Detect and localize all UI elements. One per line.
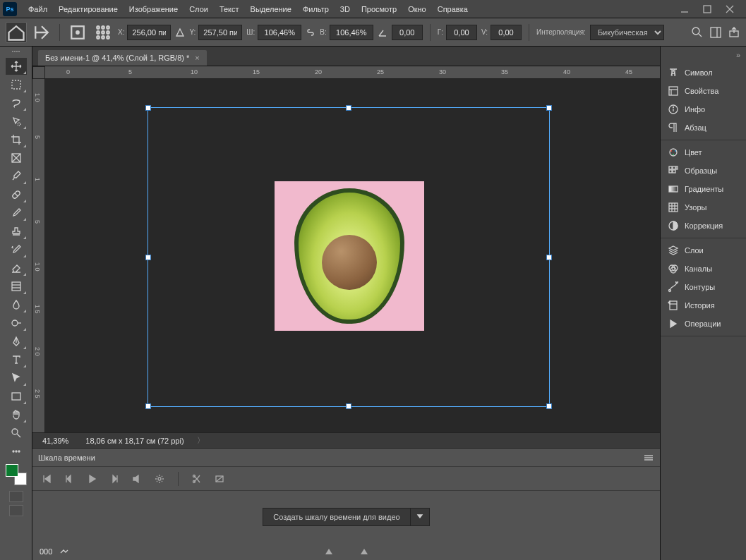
convert-frames-icon[interactable] xyxy=(59,547,69,556)
screen-mode-button[interactable] xyxy=(9,505,23,516)
panel-color[interactable]: Цвет xyxy=(661,143,746,162)
status-menu-arrow[interactable]: 〉 xyxy=(197,435,205,446)
transform-handle-ml[interactable] xyxy=(145,255,151,260)
tab-close-icon[interactable]: × xyxy=(195,54,199,62)
stamp-tool[interactable] xyxy=(6,223,27,240)
panel-channels[interactable]: Каналы xyxy=(661,260,746,278)
foreground-color[interactable] xyxy=(6,464,18,477)
ruler-origin[interactable] xyxy=(32,66,45,79)
gradient-tool[interactable] xyxy=(6,278,27,295)
ref-grid-icon[interactable] xyxy=(92,22,114,43)
dodge-tool[interactable] xyxy=(6,315,27,331)
move-tool[interactable] xyxy=(6,58,27,75)
minimize-icon[interactable] xyxy=(680,4,690,14)
pen-tool[interactable] xyxy=(6,333,27,350)
lasso-tool[interactable] xyxy=(6,95,27,111)
horizontal-ruler[interactable]: 051015202530354045 xyxy=(45,66,660,79)
y-input[interactable] xyxy=(198,25,242,40)
x-input[interactable] xyxy=(127,25,171,40)
rectangle-tool[interactable] xyxy=(6,388,27,405)
panel-history[interactable]: История xyxy=(661,296,746,315)
canvas[interactable] xyxy=(45,79,660,432)
vertical-ruler[interactable]: 1 05151 01 52 02 5 xyxy=(32,79,45,432)
transform-handle-tr[interactable] xyxy=(546,105,552,111)
panel-para[interactable]: Абзац xyxy=(661,118,746,137)
goto-start-icon[interactable] xyxy=(40,472,54,486)
angle-icon[interactable] xyxy=(378,28,387,37)
menu-filter[interactable]: Фильтр xyxy=(297,0,335,18)
transform-handle-mr[interactable] xyxy=(546,255,552,260)
panel-actions[interactable]: Операции xyxy=(661,315,746,333)
transform-handle-br[interactable] xyxy=(546,403,552,409)
menu-help[interactable]: Справка xyxy=(432,0,474,18)
frame-tool[interactable] xyxy=(6,150,27,166)
angle-input[interactable] xyxy=(392,25,423,40)
eraser-tool[interactable] xyxy=(6,260,27,276)
menu-image[interactable]: Изображение xyxy=(124,0,184,18)
healing-tool[interactable] xyxy=(6,186,27,203)
w-input[interactable] xyxy=(258,25,301,40)
skew-v-input[interactable] xyxy=(491,25,522,40)
settings-icon[interactable] xyxy=(152,472,167,486)
interp-select[interactable]: Бикубическая xyxy=(590,25,664,40)
transform-handle-bl[interactable] xyxy=(145,403,151,409)
link-icon[interactable] xyxy=(306,28,315,37)
close-icon[interactable] xyxy=(725,4,735,14)
transform-handle-tm[interactable] xyxy=(346,105,351,111)
quick-mask-button[interactable] xyxy=(9,491,23,502)
menu-edit[interactable]: Редактирование xyxy=(53,0,124,18)
transform-handle-tl[interactable] xyxy=(145,105,151,111)
path-select-tool[interactable] xyxy=(6,370,27,386)
menu-select[interactable]: Выделение xyxy=(245,0,297,18)
panel-adjust[interactable]: Коррекция xyxy=(661,217,746,235)
blur-tool[interactable] xyxy=(6,296,27,313)
color-swatches[interactable] xyxy=(6,464,27,485)
transform-bounding-box[interactable] xyxy=(148,107,550,407)
doc-dimensions[interactable]: 18,06 см x 18,17 см (72 ppi) xyxy=(81,437,188,445)
hand-tool[interactable] xyxy=(6,406,27,423)
edit-toolbar-button[interactable] xyxy=(6,443,27,460)
document-tab[interactable]: Без имени-1 @ 41,4% (Слой 1, RGB/8) * × xyxy=(38,50,207,66)
panel-swatches[interactable]: Образцы xyxy=(661,162,746,180)
skew-h-input[interactable] xyxy=(446,25,477,40)
workspace-icon[interactable] xyxy=(709,26,722,39)
panel-paths[interactable]: Контуры xyxy=(661,278,746,296)
search-icon[interactable] xyxy=(691,26,704,39)
panel-char[interactable]: AСимвол xyxy=(661,63,746,82)
create-timeline-button[interactable]: Создать шкалу времени для видео xyxy=(263,508,410,526)
collapse-panels-icon[interactable]: » xyxy=(661,51,746,61)
quick-select-tool[interactable] xyxy=(6,113,27,130)
history-brush-tool[interactable] xyxy=(6,241,27,258)
menu-file[interactable]: Файл xyxy=(23,0,53,18)
menu-text[interactable]: Текст xyxy=(214,0,245,18)
zoom-level[interactable]: 41,39% xyxy=(38,437,73,445)
brush-tool[interactable] xyxy=(6,205,27,221)
menu-view[interactable]: Просмотр xyxy=(356,0,402,18)
menu-window[interactable]: Окно xyxy=(402,0,432,18)
panel-patterns[interactable]: Узоры xyxy=(661,198,746,217)
type-tool[interactable] xyxy=(6,351,27,368)
ref-point-icon[interactable] xyxy=(67,22,88,43)
maximize-icon[interactable] xyxy=(702,4,712,14)
play-icon[interactable] xyxy=(85,472,99,486)
panel-props[interactable]: Свойства xyxy=(661,82,746,100)
menu-3d[interactable]: 3D xyxy=(335,0,356,18)
crop-tool[interactable] xyxy=(6,131,27,148)
delta-icon[interactable] xyxy=(175,28,185,37)
mute-icon[interactable] xyxy=(130,472,144,486)
marquee-tool[interactable] xyxy=(6,76,27,93)
transform-icon[interactable] xyxy=(31,22,52,43)
toolbox-grip[interactable] xyxy=(6,51,26,55)
panel-gradients[interactable]: Градиенты xyxy=(661,180,746,198)
transition-icon[interactable] xyxy=(212,472,227,486)
next-frame-icon[interactable] xyxy=(107,472,121,486)
zoom-tool[interactable] xyxy=(6,425,27,442)
share-icon[interactable] xyxy=(728,26,740,39)
menu-layers[interactable]: Слои xyxy=(184,0,214,18)
home-button[interactable] xyxy=(6,22,27,43)
prev-frame-icon[interactable] xyxy=(62,472,76,486)
panel-info[interactable]: Инфо xyxy=(661,100,746,118)
create-timeline-dropdown[interactable] xyxy=(411,508,430,526)
transform-handle-bm[interactable] xyxy=(346,403,351,409)
eyedropper-tool[interactable] xyxy=(6,168,27,185)
